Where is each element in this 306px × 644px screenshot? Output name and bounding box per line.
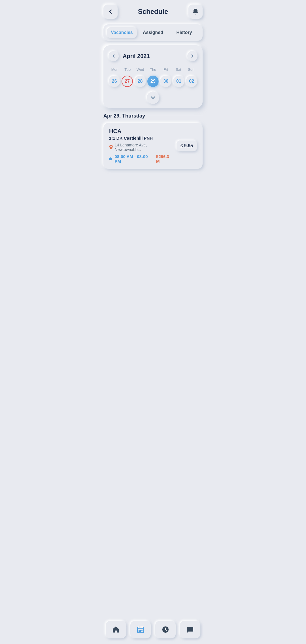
tab-history[interactable]: History <box>169 27 199 38</box>
calendar-card: April 2021 Mon Tue Wed Thu Fri Sat Sun 2… <box>103 45 203 108</box>
appointment-price: £ 9.95 <box>177 140 197 151</box>
calendar-next-button[interactable] <box>187 51 197 61</box>
appointment-card[interactable]: HCA 1:1 DK Castlehill PNH 14 Lenamore Av… <box>103 123 203 169</box>
date-29: 29 <box>147 76 159 87</box>
page-title: Schedule <box>138 8 168 16</box>
calendar-days-header: Mon Tue Wed Thu Fri Sat Sun <box>109 66 197 73</box>
calendar-header: April 2021 <box>109 51 197 61</box>
date-26: 26 <box>109 76 120 87</box>
day-tue: Tue <box>121 66 134 73</box>
header: Schedule <box>98 0 208 22</box>
appointment-time-text: 08:00 AM - 08:00 PM <box>115 154 154 164</box>
tabs-container: Vacancies Assigned History <box>103 24 203 41</box>
appointment-time: 08:00 AM - 08:00 PM 5296.3 M <box>109 154 173 164</box>
date-27: 27 <box>122 76 133 87</box>
appointment-info: HCA 1:1 DK Castlehill PNH 14 Lenamore Av… <box>109 128 173 164</box>
date-cell-28[interactable]: 28 <box>134 76 146 87</box>
appointment-location: 14 Lenamore Ave, Newtownabb... <box>109 143 173 152</box>
appointment-subtitle: 1:1 DK Castlehill PNH <box>109 136 173 140</box>
back-button[interactable] <box>103 5 118 19</box>
date-cell-27[interactable]: 27 <box>121 76 133 87</box>
calendar-prev-button[interactable] <box>109 51 119 61</box>
date-cell-26[interactable]: 26 <box>109 76 120 87</box>
date-section-divider <box>149 116 203 116</box>
day-fri: Fri <box>159 66 172 73</box>
tab-assigned[interactable]: Assigned <box>138 27 168 38</box>
calendar-expand-button[interactable] <box>147 91 159 104</box>
day-sat: Sat <box>172 66 185 73</box>
date-section-text: Apr 29, Thursday <box>103 113 145 119</box>
date-cell-29[interactable]: 29 <box>147 76 159 87</box>
calendar-month-title: April 2021 <box>123 53 183 59</box>
date-cell-01[interactable]: 01 <box>173 76 184 87</box>
appointment-distance: 5296.3 M <box>156 154 173 164</box>
tab-vacancies[interactable]: Vacancies <box>107 27 137 38</box>
expand-row <box>109 91 197 108</box>
day-mon: Mon <box>109 66 121 73</box>
notification-button[interactable] <box>188 5 203 19</box>
appointment-title: HCA <box>109 128 173 135</box>
calendar-dates: 26 27 28 29 30 01 02 <box>109 76 197 87</box>
date-01: 01 <box>173 76 184 87</box>
date-30: 30 <box>160 76 171 87</box>
day-sun: Sun <box>185 66 197 73</box>
date-cell-30[interactable]: 30 <box>160 76 172 87</box>
day-thu: Thu <box>147 66 160 73</box>
date-section-label: Apr 29, Thursday <box>103 113 203 119</box>
day-wed: Wed <box>134 66 147 73</box>
date-02: 02 <box>186 76 197 87</box>
date-cell-02[interactable]: 02 <box>186 76 197 87</box>
time-dot-icon <box>109 157 112 160</box>
date-28: 28 <box>135 76 146 87</box>
location-icon <box>109 145 113 150</box>
